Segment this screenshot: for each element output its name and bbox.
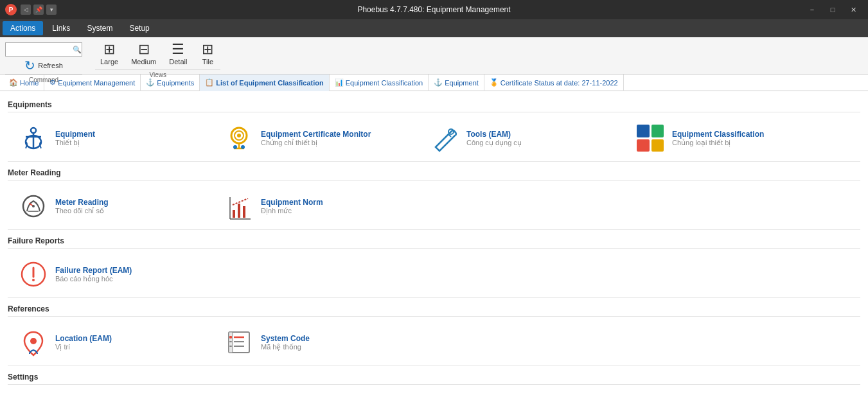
anchor-icon: [19, 124, 48, 152]
equipment-norm-icon-container: [224, 191, 254, 222]
equipment-cert-monitor-card[interactable]: Equipment Certificate Monitor Chứng chỉ …: [213, 118, 419, 159]
svg-point-6: [237, 134, 241, 137]
cert-monitor-text: Equipment Certificate Monitor Chứng chỉ …: [261, 130, 371, 147]
failure-report-eam-text: Failure Report (EAM) Báo cáo hỏng hóc: [55, 266, 132, 283]
svg-point-25: [30, 338, 37, 344]
breadcrumb-home-label: Home: [20, 79, 39, 87]
breadcrumb-equipment-management[interactable]: ⚙ Equipment Management: [44, 75, 141, 91]
title-bar-icons: ◁ 📌 ▾: [21, 4, 57, 15]
equipment-norm-icon: [225, 192, 253, 220]
eq-classification-icon: [637, 125, 664, 152]
tile-view-button[interactable]: ⊞ Tile: [195, 40, 220, 68]
equipment-classification-subtitle: Chủng loại thiết bị: [672, 139, 764, 147]
system-code-title: System Code: [261, 334, 310, 343]
tools-eam-title: Tools (EAM): [466, 130, 522, 139]
svg-point-0: [31, 128, 36, 133]
menu-item-setup[interactable]: Setup: [121, 21, 157, 35]
breadcrumb-list-eq-classification-label: List of Equipment Classification: [216, 79, 323, 87]
divider-4: [8, 365, 860, 366]
search-box[interactable]: 🔍: [5, 42, 82, 57]
menu-item-system[interactable]: System: [79, 21, 120, 35]
svg-rect-18: [243, 206, 245, 218]
eq-classification-icon: 📊: [335, 78, 344, 87]
medium-view-button[interactable]: ⊟ Medium: [126, 40, 161, 68]
system-code-icon: [225, 328, 253, 356]
system-code-icon-container: [224, 327, 254, 358]
eq-class-icon-container: [635, 123, 666, 154]
equipment-card[interactable]: Equipment Thiết bị: [8, 118, 213, 159]
system-code-card[interactable]: System Code Mã hệ thống: [213, 322, 419, 363]
cert-monitor-title: Equipment Certificate Monitor: [261, 130, 371, 139]
menu-bar: Actions Links System Setup: [0, 19, 868, 37]
breadcrumb-home[interactable]: 🏠 Home: [4, 75, 44, 91]
window-controls: − □ ✕: [802, 3, 863, 16]
breadcrumb-certificate-status[interactable]: 🏅 Certificate Status at date: 27-11-2022: [484, 75, 624, 91]
references-grid: Location (EAM) Vị trí System Code: [8, 322, 860, 363]
nav-pin-icon[interactable]: 📌: [33, 4, 44, 15]
nav-more-icon[interactable]: ▾: [46, 4, 57, 15]
settings-grid: EAM Settings Tham số chung phân hệ EAM: [8, 390, 860, 395]
equipment-classification-card[interactable]: Equipment Classification Chủng loại thiế…: [624, 118, 830, 159]
nav-back-icon[interactable]: ◁: [21, 4, 31, 15]
breadcrumb-equipments[interactable]: ⚓ Equipments: [141, 75, 200, 91]
tools-eam-subtitle: Công cụ dụng cụ: [466, 139, 522, 147]
equipment-subtitle: Thiết bị: [55, 139, 95, 147]
cert-icon-container: [224, 123, 254, 154]
section-header-settings: Settings: [8, 369, 860, 385]
svg-rect-17: [238, 204, 240, 218]
breadcrumb-equipment-management-label: Equipment Management: [58, 79, 135, 87]
search-input[interactable]: [8, 46, 73, 53]
svg-point-9: [233, 145, 237, 149]
meter-reading-icon-container: [18, 191, 49, 222]
location-eam-title: Location (EAM): [55, 334, 112, 343]
equipment-norm-card[interactable]: Equipment Norm Định mức: [213, 186, 419, 227]
section-header-meter-reading: Meter Reading: [8, 164, 860, 180]
equipment-management-icon: ⚙: [49, 78, 56, 87]
refresh-label: Refresh: [38, 62, 63, 69]
equipment-title: Equipment: [55, 130, 95, 139]
equipment-icon: ⚓: [434, 78, 443, 87]
menu-item-links[interactable]: Links: [44, 21, 78, 35]
menu-item-actions[interactable]: Actions: [3, 21, 43, 35]
ribbon-group-views: ⊞ Large ⊟ Medium ☰ Detail ⊞ Tile Views: [95, 40, 220, 78]
maximize-button[interactable]: □: [823, 3, 842, 16]
system-code-text: System Code Mã hệ thống: [261, 334, 310, 351]
title-bar-left: P ◁ 📌 ▾: [5, 4, 57, 15]
breadcrumb-list-equipment-classification[interactable]: 📋 List of Equipment Classification: [200, 75, 329, 91]
equipment-classification-text: Equipment Classification Chủng loại thiế…: [672, 130, 764, 147]
ribbon-command-items: 🔍 ↻ Refresh: [5, 40, 82, 73]
large-icon: ⊞: [103, 42, 115, 57]
breadcrumb-certificate-status-label: Certificate Status at date: 27-11-2022: [500, 79, 618, 87]
large-view-button[interactable]: ⊞ Large: [95, 40, 123, 68]
tools-icon-container: [429, 123, 460, 154]
divider-2: [8, 229, 860, 230]
divider-1: [8, 161, 860, 162]
tile-label: Tile: [202, 58, 213, 66]
eam-settings-card[interactable]: EAM Settings Tham số chung phân hệ EAM: [8, 390, 213, 395]
tools-eam-text: Tools (EAM) Công cụ dụng cụ: [466, 130, 522, 147]
minimize-button[interactable]: −: [802, 3, 822, 16]
certificate-icon: 🏅: [490, 78, 499, 87]
location-eam-card[interactable]: Location (EAM) Vị trí: [8, 322, 213, 363]
detail-view-button[interactable]: ☰ Detail: [164, 40, 192, 68]
meter-reading-card[interactable]: Meter Reading Theo dõi chỉ số: [8, 186, 213, 227]
close-button[interactable]: ✕: [844, 3, 863, 16]
failure-report-eam-card[interactable]: Failure Report (EAM) Báo cáo hỏng hóc: [8, 254, 213, 295]
window-title: Phoebus 4.7.7.480: Equipment Management: [357, 5, 510, 14]
breadcrumb-equipment[interactable]: ⚓ Equipment: [429, 75, 484, 91]
location-icon: [19, 328, 48, 356]
refresh-button[interactable]: ↻ Refresh: [5, 58, 82, 73]
tools-eam-card[interactable]: Tools (EAM) Công cụ dụng cụ: [419, 118, 624, 159]
divider-3: [8, 297, 860, 298]
equipment-text: Equipment Thiết bị: [55, 130, 95, 147]
svg-point-10: [241, 145, 245, 149]
breadcrumb-equipment-classification[interactable]: 📊 Equipment Classification: [330, 75, 429, 91]
breadcrumb-equipment-label: Equipment: [445, 79, 479, 87]
svg-point-14: [32, 205, 35, 207]
title-bar: P ◁ 📌 ▾ Phoebus 4.7.7.480: Equipment Man…: [0, 0, 868, 19]
certificate-monitor-icon: [225, 124, 253, 152]
location-eam-subtitle: Vị trí: [55, 343, 112, 351]
failure-icon-container: [18, 259, 49, 290]
svg-rect-31: [229, 336, 232, 338]
failure-report-eam-subtitle: Báo cáo hỏng hóc: [55, 275, 132, 283]
